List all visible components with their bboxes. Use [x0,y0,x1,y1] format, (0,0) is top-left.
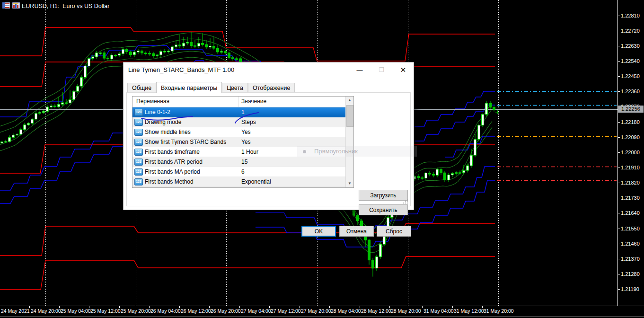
scrollbar-thumb[interactable] [346,105,353,127]
ok-button[interactable]: OK [301,226,336,237]
tab-2[interactable]: Цвета [222,83,248,93]
dialog-title: Line Tymen_STARC_Bands_MTF 1.00 [128,66,234,73]
price-tick-label: 1.22000 [621,150,640,155]
param-name: First bands MA period [145,168,200,175]
price-tick-label: 1.21730 [621,195,640,201]
time-tick-label: 26 May 12:00 [181,308,211,314]
numeric-param-icon: 123 [134,139,143,146]
numeric-param-icon: 123 [134,168,143,176]
price-tick-label: 1.21910 [621,165,640,170]
price-tick-label: 1.22810 [621,13,640,18]
price-tick-label: 1.21280 [621,271,640,277]
table-row-partial[interactable]: 123 [132,187,345,188]
dialog-content: Переменная Значение 123Line 0-1-21123Dra… [126,92,411,206]
param-name: Show middle lines [145,129,191,135]
time-tick-label: 26 May 04:00 [150,308,181,314]
price-tick-label: 1.22090 [621,134,640,140]
column-variable: Переменная [136,98,169,105]
table-row[interactable]: 123Drawing modeSteps [132,117,345,127]
price-tick-label: 1.22720 [621,28,640,34]
close-icon[interactable]: ✕ [396,65,410,75]
time-tick-label: 31 May 20:00 [484,308,514,314]
param-value: 1 [241,109,245,115]
price-tick-label: 1.22180 [621,119,640,125]
cancel-button[interactable]: Отмена [339,226,374,237]
time-tick-label: 26 May 20:00 [211,308,241,314]
numeric-param-icon: 123 [134,119,143,126]
dialog-titlebar[interactable]: Line Tymen_STARC_Bands_MTF 1.00 — ❐ ✕ [124,62,414,77]
parameters-table: Переменная Значение 123Line 0-1-21123Dra… [132,96,354,188]
numeric-param-icon: 123 [134,178,143,186]
price-tick-label: 1.21640 [621,210,640,216]
param-value: 15 [241,159,247,165]
param-value: Yes [241,129,251,135]
time-tick-label: 31 May 12:00 [454,308,484,314]
band-level-lines [497,92,617,181]
time-tick-label: 25 May 04:00 [61,308,91,314]
time-tick-label: 27 May 20:00 [301,308,331,314]
time-tick-label: 31 May 04:00 [423,308,454,314]
symbol-title: EURUSD, H1: Euro vs US Dollar [22,3,109,9]
time-tick-label: 25 May 12:00 [90,308,121,314]
reset-button[interactable]: Сброс [377,226,411,237]
numeric-param-icon: 123 [134,129,143,136]
price-tick-label: 1.22450 [621,73,640,79]
table-row[interactable]: 123Line 0-1-21 [132,107,345,117]
indicator-settings-dialog: Line Tymen_STARC_Bands_MTF 1.00 — ❐ ✕ Об… [123,62,414,210]
price-tick-label: 1.21460 [621,241,640,247]
scroll-down-icon[interactable]: ▼ [346,180,353,187]
tab-1[interactable]: Входные параметры [156,82,222,93]
load-button[interactable]: Загрузить [359,190,408,201]
price-tick-label: 1.21190 [621,286,639,292]
table-scrollbar[interactable]: ▲ ▼ [345,97,353,187]
time-tick-label: 24 May 2021 [1,308,30,314]
param-value: Exponential [241,178,271,185]
save-button[interactable]: Сохранить [359,204,408,215]
param-name: First bands ATR period [145,159,203,165]
table-row[interactable]: 123Show middle linesYes [132,127,345,137]
param-value: 1 Hour [241,149,258,155]
time-tick-label: 27 May 12:00 [271,308,301,314]
minimize-icon[interactable]: — [353,65,367,75]
table-row[interactable]: 123Show first Tymen STARC BandsYes [132,137,345,147]
scroll-up-icon[interactable]: ▲ [346,97,353,104]
price-tick-label: 1.21370 [621,256,640,262]
table-row[interactable]: 123First bands MethodExponential [132,177,345,187]
numeric-param-icon: 123 [134,109,143,116]
time-tick-label: 24 May 20:00 [31,308,61,314]
time-tick-label: 28 May 20:00 [391,308,421,314]
param-name: First bands Method [145,178,194,185]
param-value: Steps [241,119,256,125]
price-tick-label: 1.21820 [621,180,640,186]
numeric-param-icon: 123 [134,159,143,166]
column-divider [238,97,239,107]
price-tick-label: 1.21550 [621,226,640,231]
time-tick-label: 28 May 12:00 [361,308,391,314]
table-header: Переменная Значение [132,97,345,107]
numeric-param-icon: 123 [134,149,143,156]
table-row[interactable]: 123First bands ATR period15 [132,157,345,167]
param-name: First bands timeframe [145,149,200,155]
time-tick-label: 27 May 04:00 [241,308,271,314]
param-value: Yes [241,139,251,145]
maximize-icon[interactable]: ❐ [374,65,388,75]
price-tick-label: 1.22360 [621,88,640,94]
last-price-marker [495,110,499,114]
param-name: Drawing mode [145,119,181,125]
param-name: Line 0-1-2 [145,109,170,115]
chart-list-icon[interactable] [2,2,10,9]
chart-window-icon[interactable] [12,2,20,9]
param-value: 6 [241,168,245,175]
param-name: Show first Tymen STARC Bands [145,139,226,145]
price-tick-label: 1.22630 [621,43,640,49]
time-tick-label: 25 May 20:00 [121,308,151,314]
tab-3[interactable]: Отображение [248,83,295,93]
tab-0[interactable]: Общие [127,83,156,93]
dialog-tabs: ОбщиеВходные параметрыЦветаОтображение [127,81,295,93]
ghost-menu-item: Прямоугольник [297,146,417,157]
ghost-bullet-icon [303,150,306,153]
column-value: Значение [241,98,266,105]
table-row[interactable]: 123First bands MA period6 [132,167,345,177]
price-tick-label: 1.22540 [621,58,640,64]
resize-grip[interactable] [403,199,409,204]
